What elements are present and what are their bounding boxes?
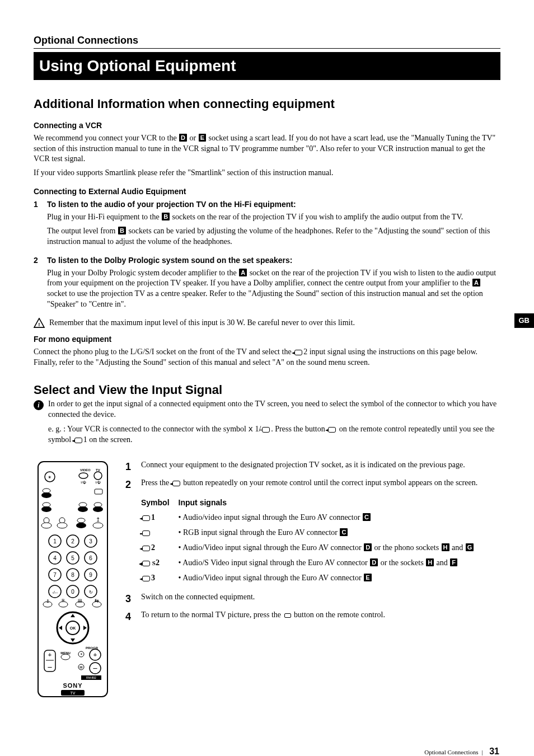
svg-point-15 [78, 506, 88, 512]
symbol-cell: 1 [141, 511, 179, 526]
text: To return to the normal TV picture, pres… [141, 611, 283, 619]
connector-letter-b: B [118, 227, 126, 234]
connector-letter-a: A [472, 279, 480, 287]
paragraph: If your video supports Smartlink please … [34, 168, 500, 179]
text: We recommend you connect your VCR to the [34, 134, 179, 142]
svg-text:↥: ↥ [96, 516, 100, 523]
symbol-suffix: 2 [156, 558, 160, 567]
svg-point-13 [41, 506, 51, 512]
input-source-icon [142, 530, 150, 536]
text: 1/ [253, 425, 261, 433]
connector-letter-h: H [426, 558, 434, 566]
remote-ok-label: OK [70, 626, 76, 630]
step-body: Switch on the connected equipment. [141, 592, 255, 605]
list-item: 2 To listen to the Dolby Prologic system… [34, 255, 500, 313]
step-item: 3 Switch on the connected equipment. [125, 592, 500, 605]
info-icon: i [34, 400, 44, 410]
list-body: To listen to the audio of your projectio… [47, 199, 500, 251]
svg-text:✴: ✴ [48, 475, 52, 480]
connector-letter-c: C [340, 528, 348, 536]
paragraph: In order to get the input signal of a co… [48, 399, 500, 420]
svg-text:MENU: MENU [60, 651, 71, 655]
input-source-icon [328, 427, 336, 433]
table-row: • RGB input signal through the Euro AV c… [141, 526, 483, 541]
connector-letter-d: D [179, 134, 187, 142]
symbol-cell: 2 [141, 541, 179, 556]
connector-letter-b: B [162, 213, 170, 220]
svg-text:3: 3 [89, 538, 92, 544]
page-number: 31 [489, 746, 499, 756]
text: Connect the phono plug to the L/G/S/I so… [34, 348, 293, 356]
svg-text:6: 6 [89, 555, 92, 561]
text: socket to use the projection TV as a cen… [47, 289, 483, 308]
svg-text:+: + [93, 651, 97, 659]
symbol-cell: S2 [141, 556, 179, 571]
step-item: 1 Connect your equipment to the designat… [125, 460, 500, 473]
list-item: 1 To listen to the audio of your project… [34, 199, 500, 251]
svg-text:▤: ▤ [79, 665, 83, 669]
text: button repeatedly on your remote control… [181, 478, 478, 487]
subheading-external-audio: Connecting to External Audio Equipment [34, 186, 500, 197]
connector-letter-c: C [363, 513, 371, 521]
table-row: 1• Audio/video input signal through the … [141, 511, 483, 526]
svg-text:▤: ▤ [78, 598, 82, 603]
svg-point-68 [61, 654, 70, 660]
input-source-icon [294, 350, 302, 355]
subheading-mono-equipment: For mono equipment [34, 334, 500, 345]
svg-point-17 [93, 506, 103, 512]
table-header-signals: Input signals [179, 496, 484, 511]
connector-letter-f: F [450, 558, 457, 566]
text: 1 on the screen. [83, 435, 133, 444]
numbered-list: 1 To listen to the audio of your project… [34, 199, 500, 313]
svg-point-19 [41, 523, 51, 528]
signal-cell: • Audio/video input signal through the E… [179, 511, 484, 526]
svg-text:↻: ↻ [89, 590, 93, 595]
table-header-symbol: Symbol [141, 496, 179, 511]
text: The output level from [47, 227, 118, 235]
warning-text: Remember that the maximum input level of… [49, 318, 355, 328]
remote-brand-label: SONY [63, 682, 82, 689]
step-item: 2 Press the button repeatedly on your re… [125, 478, 500, 491]
connector-letter-a: A [239, 269, 247, 276]
svg-text:I/⏻: I/⏻ [95, 481, 100, 484]
paragraph: Plug in your Dolby Prologic system decod… [47, 268, 500, 311]
text: Plug in your Dolby Prologic system decod… [47, 269, 238, 277]
connector-letter-e: E [364, 574, 371, 581]
svg-text:I/⏻: I/⏻ [81, 481, 86, 484]
input-source-icon [142, 561, 150, 566]
svg-text:!: ! [38, 321, 40, 327]
svg-text:+: + [48, 651, 52, 659]
text: Plug in your Hi-Fi equipment to the [47, 213, 161, 221]
connector-letter-g: G [466, 543, 474, 551]
text: or [188, 134, 198, 142]
page-title-banner: Using Optional Equipment [34, 52, 500, 80]
section-title-additional-info: Additional Information when connecting e… [34, 96, 500, 112]
remote-tv-label: TV [96, 468, 100, 472]
paragraph: Connect the phono plug to the L/G/S/I so… [34, 347, 500, 368]
header-label: Optional Connections [34, 34, 500, 49]
text: sockets on the rear of the projection TV… [170, 213, 463, 221]
table-row: 3• Audio/Video input signal through the … [141, 571, 483, 586]
signal-cell: • Audio/Video input signal through the E… [179, 571, 484, 586]
step-body: To return to the normal TV picture, pres… [141, 610, 385, 623]
svg-text:–: – [48, 663, 53, 671]
list-body: To listen to the Dolby Prologic system s… [47, 255, 500, 313]
svg-text:-/--: -/-- [52, 590, 58, 595]
warning-row: ! Remember that the maximum input level … [34, 318, 500, 328]
input-source-icon [142, 576, 150, 581]
svg-text:7: 7 [53, 572, 57, 578]
table-row: 2• Audio/Video input signal through the … [141, 541, 483, 556]
svg-text:4: 4 [53, 555, 57, 561]
svg-text:2: 2 [71, 538, 74, 544]
remote-model-label: RM-892 [86, 676, 96, 679]
signal-cell: • Audio/S Video input signal through the… [179, 556, 484, 571]
symbol-suffix: 3 [151, 574, 155, 582]
svg-text:✳: ✳ [61, 598, 65, 603]
remote-tv-badge: TV [71, 691, 76, 695]
svg-text:9: 9 [89, 572, 92, 578]
info-row: i In order to get the input signal of a … [34, 399, 500, 449]
svg-text:0: 0 [71, 589, 74, 595]
input-source-icon [142, 546, 150, 551]
input-source-icon [262, 427, 270, 433]
paragraph: e. g. : Your VCR is connected to the con… [48, 424, 500, 445]
